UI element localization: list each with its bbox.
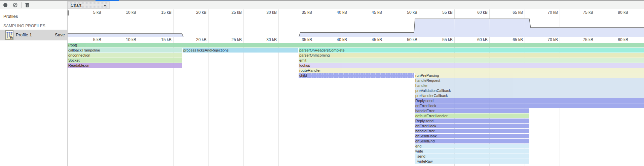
flame-frame[interactable]: Reply.send xyxy=(415,98,644,103)
flame-ruler-label: 65 kB xyxy=(499,37,523,42)
flame-frame[interactable]: runPreParsing xyxy=(415,73,644,78)
profile-document-icon: % xyxy=(5,30,13,40)
flame-frame[interactable]: onconnection xyxy=(68,53,182,58)
flame-ruler-label: 5 kB xyxy=(77,37,101,42)
flame-chart-pane: Chart 5 kB10 kB15 kB20 kB25 kB30 kB35 kB… xyxy=(68,0,644,166)
flame-gridline xyxy=(208,37,209,166)
overview-ruler-label: 75 kB xyxy=(569,10,593,15)
overview-ruler-label: 45 kB xyxy=(358,10,382,15)
flame-frame[interactable]: defaultErrorHandler xyxy=(415,113,529,118)
overview-ruler-label: 80 kB xyxy=(604,10,628,15)
flame-frame[interactable]: routeHandler xyxy=(299,68,644,73)
flame-frame[interactable]: handleError xyxy=(415,108,529,113)
profile-list-item[interactable]: % Profile 1 Save xyxy=(0,30,67,40)
flame-frame[interactable]: child xyxy=(299,73,414,78)
flame-frame[interactable]: onErrorHook xyxy=(415,124,529,128)
flame-frame[interactable]: Reply.send xyxy=(415,119,529,123)
overview-ruler-label: 50 kB xyxy=(393,10,417,15)
flame-frame[interactable]: onErrorHook xyxy=(415,103,644,108)
flame-ruler-label: 50 kB xyxy=(393,37,417,42)
flame-frame[interactable]: (root) xyxy=(68,43,644,47)
flame-ruler-label: 30 kB xyxy=(253,37,277,42)
allocation-overview[interactable]: 5 kB10 kB15 kB20 kB25 kB30 kB35 kB40 kB4… xyxy=(68,9,644,37)
delete-icon[interactable] xyxy=(25,3,29,7)
flame-ruler-label: 40 kB xyxy=(323,37,347,42)
flame-ruler-label: 45 kB xyxy=(358,37,382,42)
flame-frame[interactable]: preValidationCallback xyxy=(415,88,644,93)
chevron-down-icon xyxy=(104,5,106,7)
overview-window-left-handle[interactable] xyxy=(68,10,69,15)
overview-ruler-label: 65 kB xyxy=(499,10,523,15)
flame-frame[interactable]: handleRequest xyxy=(415,78,644,83)
view-mode-select[interactable]: Chart xyxy=(68,1,110,9)
flame-ruler-label: 20 kB xyxy=(183,37,206,42)
flame-frame[interactable]: parserOnHeadersComplete xyxy=(299,48,644,53)
sampling-profiles-heading: SAMPLING PROFILES xyxy=(3,24,45,28)
flame-ruler-label: 25 kB xyxy=(218,37,242,42)
flame-frame[interactable]: write_ xyxy=(415,149,529,154)
panel-top-edge xyxy=(0,0,644,1)
flame-frame[interactable]: onSendEnd xyxy=(415,139,529,143)
profiles-sidebar: Profiles SAMPLING PROFILES % Profile 1 S… xyxy=(0,0,68,166)
record-icon[interactable] xyxy=(3,3,7,7)
view-toolbar: Chart xyxy=(68,0,644,9)
overview-ruler-label: 20 kB xyxy=(183,10,206,15)
flame-ruler-label: 15 kB xyxy=(148,37,172,42)
flame-frame[interactable]: Socket xyxy=(68,58,182,63)
overview-ruler-label: 40 kB xyxy=(323,10,347,15)
flame-ruler-label: 80 kB xyxy=(604,37,628,42)
flame-frame[interactable]: end xyxy=(415,144,529,148)
profiles-toolbar xyxy=(0,0,67,9)
flame-frame[interactable]: callbackTrampoline xyxy=(68,48,182,53)
flame-frame[interactable]: processTicksAndRejections xyxy=(183,48,298,53)
overview-ruler-label: 30 kB xyxy=(253,10,277,15)
flame-frame[interactable]: _writeRaw xyxy=(415,159,529,164)
flame-gridline xyxy=(243,37,244,166)
flame-frame[interactable]: _send xyxy=(415,154,529,159)
overview-ruler-label: 55 kB xyxy=(429,10,453,15)
flame-frame[interactable]: handler xyxy=(415,83,644,88)
overview-ruler-label: 60 kB xyxy=(464,10,488,15)
flame-frame[interactable]: preHandlerCallback xyxy=(415,93,644,98)
flame-frame[interactable]: handleError xyxy=(415,129,529,133)
overview-ruler-label: 10 kB xyxy=(112,10,136,15)
svg-text:%: % xyxy=(10,36,13,39)
view-mode-value: Chart xyxy=(71,3,81,8)
save-profile-link[interactable]: Save xyxy=(55,32,65,37)
toolbar-separator xyxy=(21,2,22,8)
overview-ruler-label: 15 kB xyxy=(148,10,172,15)
flame-ruler-label: 60 kB xyxy=(464,37,488,42)
devtools-memory-panel: Profiles SAMPLING PROFILES % Profile 1 S… xyxy=(0,0,644,166)
flame-ruler-label: 55 kB xyxy=(429,37,453,42)
flame-ruler-label: 70 kB xyxy=(534,37,558,42)
flame-ruler-label: 35 kB xyxy=(288,37,312,42)
overview-ruler-label: 70 kB xyxy=(534,10,558,15)
overview-ruler-label: 25 kB xyxy=(218,10,242,15)
clear-icon[interactable] xyxy=(13,3,17,7)
overview-ruler-label: 35 kB xyxy=(288,10,312,15)
flame-frame[interactable]: onSendHook xyxy=(415,134,529,138)
overview-ruler-label: 5 kB xyxy=(77,10,101,15)
flame-frame[interactable]: lookup xyxy=(299,63,644,68)
flame-frame[interactable]: Readable.on xyxy=(68,63,182,68)
active-tab-indicator xyxy=(96,0,119,1)
flame-gridline xyxy=(278,37,279,166)
flame-frame[interactable]: emit xyxy=(299,58,644,63)
flame-frame[interactable]: parserOnIncoming xyxy=(299,53,644,58)
profiles-heading: Profiles xyxy=(3,14,18,19)
profile-name: Profile 1 xyxy=(16,32,32,37)
flame-chart[interactable]: 5 kB10 kB15 kB20 kB25 kB30 kB35 kB40 kB4… xyxy=(68,37,644,166)
flame-ruler-label: 75 kB xyxy=(569,37,593,42)
flame-ruler-label: 10 kB xyxy=(112,37,136,42)
